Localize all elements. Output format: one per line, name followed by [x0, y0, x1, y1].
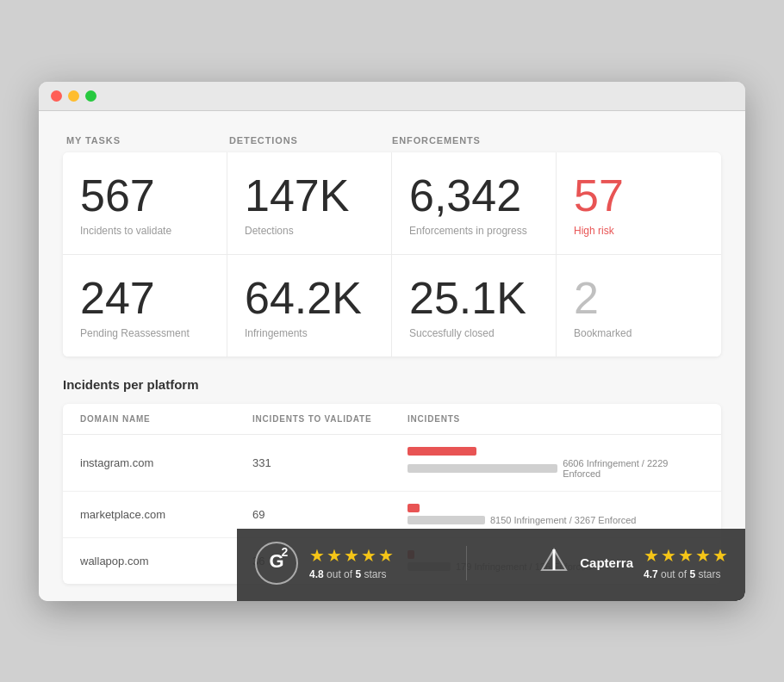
star-4: ★ [361, 545, 376, 566]
svg-text:2: 2 [281, 545, 288, 559]
star-4: ★ [695, 545, 711, 566]
bar-label: 8150 Infringement / 3267 Enforced [490, 515, 636, 525]
col-header-domain: DOMAIN NAME [80, 414, 252, 424]
star-5-half: ★ [378, 545, 394, 566]
section-headers: MY TASKS DETECTIONS ENFORCEMENTS [63, 135, 721, 146]
domain-name: marketplace.com [80, 508, 252, 521]
stat-number-bookmarked: 2 [574, 276, 704, 320]
bar-container: 6606 Infringement / 2229 Enforced [408, 447, 704, 479]
capterra-name: Capterra [580, 555, 633, 571]
bar-group-red [408, 504, 704, 512]
capterra-label: Capterra [580, 555, 633, 570]
capterra-rating-text: 4.7 out of 5 stars [644, 568, 728, 580]
stat-label-high-risk: High risk [574, 225, 704, 237]
capterra-logo-svg [538, 546, 569, 577]
stat-label-bookmarked: Bookmarked [574, 327, 704, 339]
stat-incidents-validate[interactable]: 567 Incidents to validate [63, 152, 227, 255]
bar-red [408, 504, 420, 512]
g2-out-of: out of [327, 568, 355, 580]
table-row[interactable]: instagram.com 331 6606 Infringement / 22… [63, 435, 721, 492]
col-header-incidents: INCIDENTS [408, 414, 704, 424]
g2-unit: stars [364, 568, 386, 580]
stat-high-risk[interactable]: 57 High risk [557, 152, 721, 255]
star-3: ★ [678, 545, 694, 566]
star-5-half: ★ [712, 545, 728, 566]
stat-closed[interactable]: 25.1K Succesfully closed [392, 255, 557, 356]
capterra-rating-block: Capterra ★ ★ ★ ★ ★ 4.7 out of 5 stars [538, 545, 728, 580]
stat-infringements[interactable]: 64.2K Infringements [227, 255, 392, 356]
main-content: MY TASKS DETECTIONS ENFORCEMENTS 567 Inc… [39, 111, 745, 601]
incidents-section-title: Incidents per platform [63, 377, 721, 392]
stats-grid: 567 Incidents to validate 147K Detection… [63, 152, 721, 356]
bar-gray [408, 516, 485, 524]
col-header-incidents-validate: INCIDENTS TO VALIDATE [252, 414, 408, 424]
capterra-score: 4.7 [644, 568, 658, 580]
incidents-count: 69 [252, 508, 408, 521]
table-header: DOMAIN NAME INCIDENTS TO VALIDATE INCIDE… [63, 404, 721, 435]
star-2: ★ [661, 545, 676, 566]
rating-separator [466, 546, 467, 580]
star-1: ★ [644, 545, 659, 566]
stat-detections[interactable]: 147K Detections [227, 152, 392, 255]
stat-number-high-risk: 57 [574, 173, 704, 218]
stat-number-incidents: 567 [80, 173, 209, 218]
domain-name: wallapop.com [80, 555, 252, 567]
maximize-button[interactable] [85, 90, 96, 102]
stat-pending[interactable]: 247 Pending Reassessment [63, 255, 227, 356]
g2-stars: ★ ★ ★ ★ ★ [309, 545, 394, 566]
capterra-stars-block: ★ ★ ★ ★ ★ 4.7 out of 5 stars [644, 545, 728, 580]
g2-logo-svg: G 2 [254, 541, 299, 586]
stat-label-incidents: Incidents to validate [80, 225, 209, 237]
detections-header: DETECTIONS [229, 135, 392, 146]
enforcements-header: ENFORCEMENTS [392, 135, 718, 146]
stat-enforcements[interactable]: 6,342 Enforcements in progress [392, 152, 557, 255]
stat-label-infringements: Infringements [245, 327, 374, 339]
star-1: ★ [309, 545, 325, 566]
capterra-unit: stars [698, 568, 720, 580]
main-window: MY TASKS DETECTIONS ENFORCEMENTS 567 Inc… [39, 82, 745, 601]
stat-number-infringements: 64.2K [245, 276, 374, 320]
bar-gray [408, 464, 557, 473]
stat-number-closed: 25.1K [409, 276, 538, 320]
g2-stars-block: ★ ★ ★ ★ ★ 4.8 out of 5 stars [309, 545, 394, 580]
capterra-max: 5 [689, 568, 695, 580]
close-button[interactable] [51, 90, 62, 102]
bar-container: 8150 Infringement / 3267 Enforced [408, 504, 704, 525]
stat-number-enforcements: 6,342 [409, 173, 538, 218]
stat-label-enforcements: Enforcements in progress [409, 225, 538, 237]
g2-max: 5 [355, 568, 361, 580]
capterra-stars: ★ ★ ★ ★ ★ [644, 545, 728, 566]
capterra-out-of: out of [661, 568, 689, 580]
g2-rating-text: 4.8 out of 5 stars [309, 568, 394, 580]
g2-badge: G 2 [254, 541, 299, 586]
g2-score: 4.8 [309, 568, 324, 580]
capterra-logo-container [538, 546, 569, 580]
stat-number-pending: 247 [80, 276, 209, 320]
bar-red [408, 447, 476, 456]
bar-label: 6606 Infringement / 2229 Enforced [563, 458, 704, 479]
stat-label-pending: Pending Reassessment [80, 327, 209, 339]
stat-bookmarked[interactable]: 2 Bookmarked [557, 255, 721, 356]
stat-number-detections: 147K [245, 173, 374, 218]
incidents-count: 331 [252, 456, 408, 469]
domain-name: instagram.com [80, 456, 252, 469]
bar-group-red [408, 447, 704, 456]
ratings-overlay: G 2 ★ ★ ★ ★ ★ 4.8 out of 5 stars [237, 529, 745, 601]
star-3: ★ [344, 545, 359, 566]
star-2: ★ [327, 545, 342, 566]
stat-label-closed: Succesfully closed [409, 327, 538, 339]
g2-rating-block: G 2 ★ ★ ★ ★ ★ 4.8 out of 5 stars [254, 541, 394, 586]
bar-group-gray: 8150 Infringement / 3267 Enforced [408, 515, 704, 525]
minimize-button[interactable] [68, 90, 79, 102]
title-bar [39, 82, 745, 111]
stat-label-detections: Detections [245, 225, 374, 237]
bar-group-gray: 6606 Infringement / 2229 Enforced [408, 458, 704, 479]
my-tasks-header: MY TASKS [66, 135, 229, 146]
